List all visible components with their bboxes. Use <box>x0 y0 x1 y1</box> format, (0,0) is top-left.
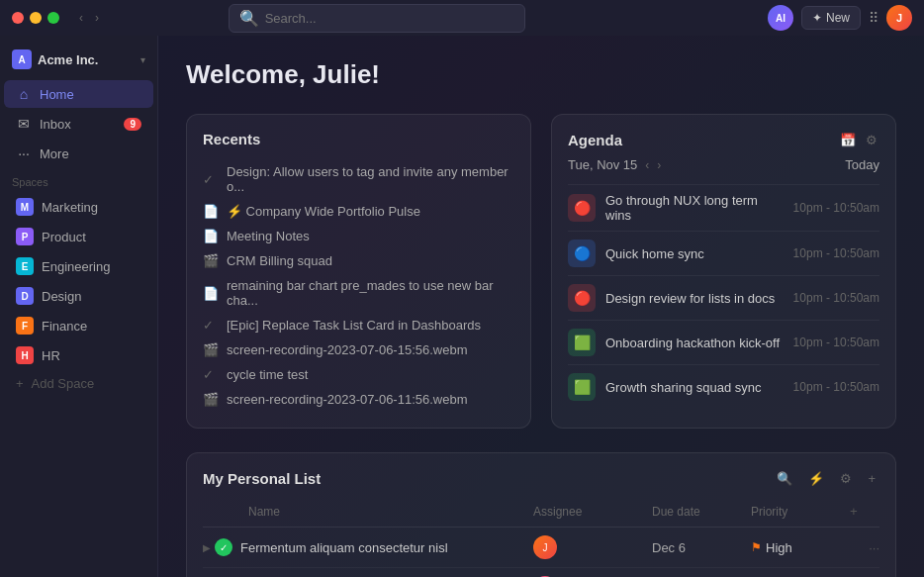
name-col-header: Name <box>248 505 533 519</box>
add-space-button[interactable]: + Add Space <box>4 371 153 396</box>
grid-icon[interactable]: ⠿ <box>869 10 878 26</box>
agenda-item[interactable]: 🟩 Onboarding hackathon kick-off 10pm - 1… <box>568 320 879 364</box>
space-avatar: M <box>16 198 34 216</box>
settings-icon-button[interactable]: ⚙ <box>864 131 879 149</box>
space-label: Engineering <box>42 259 110 274</box>
priority-label: High <box>766 540 792 555</box>
prev-date-button[interactable]: ‹ <box>645 158 649 172</box>
search-list-button[interactable]: 🔍 <box>773 469 796 488</box>
check-icon: ✓ <box>203 318 219 333</box>
recent-item[interactable]: 🎬 screen-recording-2023-07-06-11:56.webm <box>203 387 514 412</box>
filter-list-button[interactable]: ⚡ <box>804 469 828 488</box>
recent-item-text: Design: Allow users to tag and invite an… <box>227 164 514 194</box>
calendar-icon-button[interactable]: 📅 <box>838 131 858 149</box>
agenda-item[interactable]: 🔴 Design review for lists in docs 10pm -… <box>568 275 879 320</box>
agenda-item-name: Design review for lists in docs <box>605 291 784 306</box>
task-assignee: J <box>533 535 652 559</box>
space-avatar: D <box>16 287 34 305</box>
agenda-item-time: 10pm - 10:50am <box>793 291 879 305</box>
recent-item[interactable]: 🎬 CRM Billing squad <box>203 248 514 273</box>
expand-icon[interactable]: ▶ <box>203 542 211 553</box>
agenda-item[interactable]: 🟩 Growth sharing squad sync 10pm - 10:50… <box>568 364 879 409</box>
agenda-item-icon: 🔴 <box>568 284 596 312</box>
recent-item[interactable]: 📄 Meeting Notes <box>203 224 514 248</box>
agenda-item-time: 10pm - 10:50am <box>793 336 879 349</box>
add-col-button[interactable]: + <box>850 504 858 519</box>
titlebar: ‹ › 🔍 AI ✦ New ⠿ J <box>0 0 924 36</box>
table-row[interactable]: ▶ ✓ Fermentum aliquam consectetur nisl J… <box>203 528 879 568</box>
add-list-button[interactable]: + <box>864 469 879 488</box>
inbox-icon: ✉ <box>16 116 32 132</box>
agenda-item-time: 10pm - 10:50am <box>793 380 879 394</box>
sidebar-item-engineering[interactable]: E Engineering <box>4 252 153 280</box>
doc-icon: 📄 <box>203 204 219 219</box>
forward-button[interactable]: › <box>91 9 103 27</box>
sidebar-item-design[interactable]: D Design <box>4 282 153 310</box>
sidebar-item-more[interactable]: ··· More <box>4 140 153 167</box>
search-input[interactable] <box>265 11 514 26</box>
workspace-icon: A <box>12 49 32 69</box>
agenda-item[interactable]: 🔵 Quick home sync 10pm - 10:50am <box>568 231 879 275</box>
table-row[interactable]: ▶ Personal Task 2 J Dec 10 ⚑ Low ··· <box>203 568 879 577</box>
due-col-header: Due date <box>652 505 751 519</box>
user-avatar[interactable]: J <box>886 5 912 31</box>
agenda-item-name: Onboarding hackathon kick-off <box>605 336 784 350</box>
ai-badge[interactable]: AI <box>768 5 793 31</box>
plus-icon: + <box>16 376 24 391</box>
workspace-selector[interactable]: A Acme Inc. ▾ <box>0 44 157 75</box>
sidebar-item-label: More <box>40 146 69 161</box>
assignee-col-header: Assignee <box>533 505 652 519</box>
agenda-title: Agenda <box>568 132 622 148</box>
recent-item-text: cycle time test <box>227 367 308 382</box>
recents-title: Recents <box>203 131 514 147</box>
space-avatar: P <box>16 228 34 245</box>
recent-item-text: Meeting Notes <box>227 229 310 243</box>
sidebar-item-inbox[interactable]: ✉ Inbox 9 <box>4 110 153 138</box>
list-actions: 🔍 ⚡ ⚙ + <box>773 469 879 488</box>
agenda-date-row: Tue, Nov 15 ‹ › Today <box>568 157 879 172</box>
agenda-item-icon: 🟩 <box>568 329 596 356</box>
video-icon: 🎬 <box>203 342 219 357</box>
recent-item-text: ⚡ Company Wide Portfolio Pulse <box>227 204 420 219</box>
home-icon: ⌂ <box>16 86 32 102</box>
check-icon: ✓ <box>203 367 219 382</box>
agenda-item[interactable]: 🔴 Go through NUX long term wins 10pm - 1… <box>568 184 879 231</box>
space-label: Product <box>42 230 86 244</box>
minimize-dot[interactable] <box>30 12 42 24</box>
settings-list-button[interactable]: ⚙ <box>836 469 856 488</box>
recent-item[interactable]: 📄 remaining bar chart pre_mades to use n… <box>203 273 514 313</box>
recent-item[interactable]: ✓ cycle time test <box>203 362 514 387</box>
space-label: Design <box>42 289 81 304</box>
space-avatar: F <box>16 317 34 335</box>
maximize-dot[interactable] <box>47 12 59 24</box>
window-controls <box>12 12 59 24</box>
inbox-badge: 9 <box>124 118 141 131</box>
avatar: J <box>533 535 557 559</box>
list-header: My Personal List 🔍 ⚡ ⚙ + <box>203 469 879 488</box>
close-dot[interactable] <box>12 12 24 24</box>
back-button[interactable]: ‹ <box>75 9 87 27</box>
space-avatar: H <box>16 346 34 364</box>
today-button[interactable]: Today <box>845 157 879 172</box>
sidebar-item-product[interactable]: P Product <box>4 223 153 250</box>
space-avatar: E <box>16 257 34 275</box>
agenda-item-icon: 🔵 <box>568 240 596 267</box>
sidebar-item-marketing[interactable]: M Marketing <box>4 193 153 221</box>
recent-item[interactable]: ✓ [Epic] Replace Task List Card in Dashb… <box>203 313 514 337</box>
top-section: Recents ✓ Design: Allow users to tag and… <box>186 114 896 429</box>
sidebar-item-finance[interactable]: F Finance <box>4 312 153 339</box>
recents-card: Recents ✓ Design: Allow users to tag and… <box>186 114 531 429</box>
recent-item[interactable]: 📄 ⚡ Company Wide Portfolio Pulse <box>203 199 514 224</box>
task-more-button[interactable]: ··· <box>850 540 879 555</box>
sidebar-item-home[interactable]: ⌂ Home <box>4 80 153 108</box>
sidebar-item-hr[interactable]: H HR <box>4 341 153 369</box>
doc-icon: 📄 <box>203 229 219 243</box>
recent-item[interactable]: ✓ Design: Allow users to tag and invite … <box>203 159 514 199</box>
add-space-label: Add Space <box>32 376 95 391</box>
personal-list-card: My Personal List 🔍 ⚡ ⚙ + Name Assignee D… <box>186 452 896 577</box>
recent-item[interactable]: 🎬 screen-recording-2023-07-06-15:56.webm <box>203 337 514 362</box>
spaces-section-label: Spaces <box>0 168 157 192</box>
search-bar[interactable]: 🔍 <box>229 4 525 33</box>
new-button[interactable]: ✦ New <box>801 6 861 30</box>
next-date-button[interactable]: › <box>657 158 661 172</box>
